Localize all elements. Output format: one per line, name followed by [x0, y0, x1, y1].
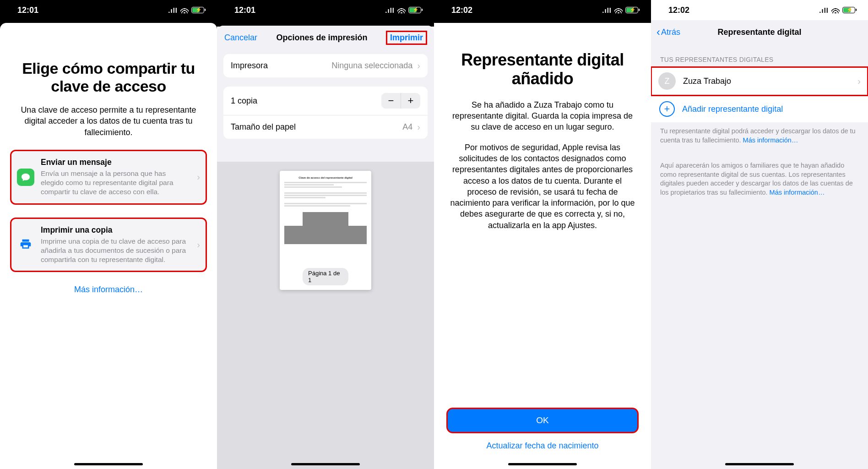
option-title: Enviar un mensaje [41, 158, 190, 167]
copies-label: 1 copia [231, 96, 257, 106]
home-indicator [725, 463, 794, 465]
wifi-icon [397, 7, 406, 13]
messages-icon [17, 169, 34, 186]
printer-icon [17, 236, 34, 253]
option-print-copy[interactable]: Imprimir una copia Imprime una copia de … [10, 218, 207, 272]
nav-bar: Cancelar Opciones de impresión Imprimir [217, 26, 434, 49]
update-birthdate-link[interactable]: Actualizar fecha de nacimiento [447, 441, 638, 451]
more-info-link[interactable]: Más información… [770, 189, 825, 196]
stepper-plus-button[interactable]: + [401, 93, 420, 109]
back-label: Atrás [661, 27, 680, 37]
status-bar: 12:02 ⚡ [434, 0, 651, 20]
signal-icon [602, 6, 612, 14]
paper-size-row[interactable]: Tamaño del papel A4› [223, 115, 428, 139]
printer-label: Impresora [231, 61, 268, 71]
battery-icon: ⚡ [625, 7, 638, 13]
doc-title: Clave de acceso del representante digita… [284, 176, 367, 179]
add-representative-label: Añadir representante digital [682, 104, 783, 114]
status-bar: 12:01 ⚡ [217, 0, 434, 20]
wifi-icon [614, 7, 623, 13]
ok-button[interactable]: OK [447, 408, 638, 433]
option-desc: Envía un mensaje a la persona que has el… [41, 169, 190, 196]
status-bar: 12:01 ⚡ [0, 0, 217, 20]
status-time: 12:02 [668, 5, 689, 15]
avatar: Z [658, 72, 676, 90]
page-subtitle: Una clave de acceso permite a tu represe… [10, 104, 207, 138]
contact-row[interactable]: Z Zuza Trabajo › [651, 67, 868, 96]
home-indicator [508, 463, 577, 465]
copies-row: 1 copia − + [223, 87, 428, 115]
chevron-right-icon: › [417, 122, 420, 132]
footer-note-1: Tu representante digital podrá acceder y… [651, 122, 868, 145]
wifi-icon [831, 7, 840, 13]
document-preview: Clave de acceso del representante digita… [280, 171, 371, 290]
option-send-message[interactable]: Enviar un mensaje Envía un mensaje a la … [10, 150, 207, 204]
signal-icon [819, 6, 829, 14]
add-representative-row[interactable]: + Añadir representante digital [651, 96, 868, 122]
confirmation-text-2: Por motivos de seguridad, Apple revisa l… [447, 142, 638, 231]
status-time: 12:01 [17, 5, 38, 15]
battery-icon: ⚡ [191, 7, 204, 13]
status-icons: ⚡ [819, 6, 855, 14]
more-info-link[interactable]: Más información… [10, 285, 207, 294]
more-info-link[interactable]: Más información… [743, 136, 798, 144]
printer-row[interactable]: Impresora Ninguna seleccionada› [223, 54, 428, 77]
chevron-left-icon: ‹ [656, 26, 660, 38]
paper-value: A4 [402, 122, 412, 132]
footer-note-2: Aquí aparecerán los amigos o familiares … [651, 157, 868, 197]
home-indicator [74, 463, 143, 465]
plus-icon: + [659, 101, 675, 117]
page-indicator: Página 1 de 1 [303, 268, 348, 285]
option-title: Imprimir una copia [41, 225, 190, 235]
copies-stepper[interactable]: − + [381, 93, 420, 109]
battery-icon: ⚡ [842, 7, 855, 13]
wifi-icon [180, 7, 189, 13]
status-icons: ⚡ [385, 6, 421, 14]
home-indicator [291, 463, 360, 465]
print-preview[interactable]: Clave de acceso del representante digita… [217, 162, 434, 469]
chevron-right-icon: › [197, 240, 200, 250]
stepper-minus-button[interactable]: − [381, 93, 401, 109]
nav-title: Representante digital [717, 27, 801, 37]
status-bar: 12:02 ⚡ [651, 0, 868, 20]
option-desc: Imprime una copia de tu clave de acceso … [41, 237, 190, 264]
paper-label: Tamaño del papel [231, 122, 296, 132]
status-time: 12:02 [451, 5, 472, 15]
printer-value: Ninguna seleccionada [331, 61, 412, 71]
nav-bar: ‹ Atrás Representante digital [651, 20, 868, 44]
chevron-right-icon: › [197, 172, 200, 182]
confirmation-text-1: Se ha añadido a Zuza Trabajo como tu rep… [447, 99, 638, 133]
battery-icon: ⚡ [408, 7, 421, 13]
cancel-button[interactable]: Cancelar [224, 33, 257, 43]
status-icons: ⚡ [602, 6, 638, 14]
back-button[interactable]: ‹ Atrás [656, 26, 680, 38]
contact-name: Zuza Trabajo [683, 76, 850, 86]
nav-title: Opciones de impresión [276, 33, 367, 43]
section-header: TUS REPRESENTANTES DIGITALES [651, 44, 868, 67]
page-title: Elige cómo compartir tu clave de acceso [10, 60, 207, 95]
chevron-right-icon: › [857, 76, 861, 87]
status-icons: ⚡ [168, 6, 204, 14]
signal-icon [385, 6, 395, 14]
status-time: 12:01 [234, 5, 255, 15]
chevron-right-icon: › [417, 60, 420, 71]
print-button[interactable]: Imprimir [386, 31, 427, 44]
signal-icon [168, 6, 178, 14]
page-title: Representante digital añadido [447, 50, 638, 88]
